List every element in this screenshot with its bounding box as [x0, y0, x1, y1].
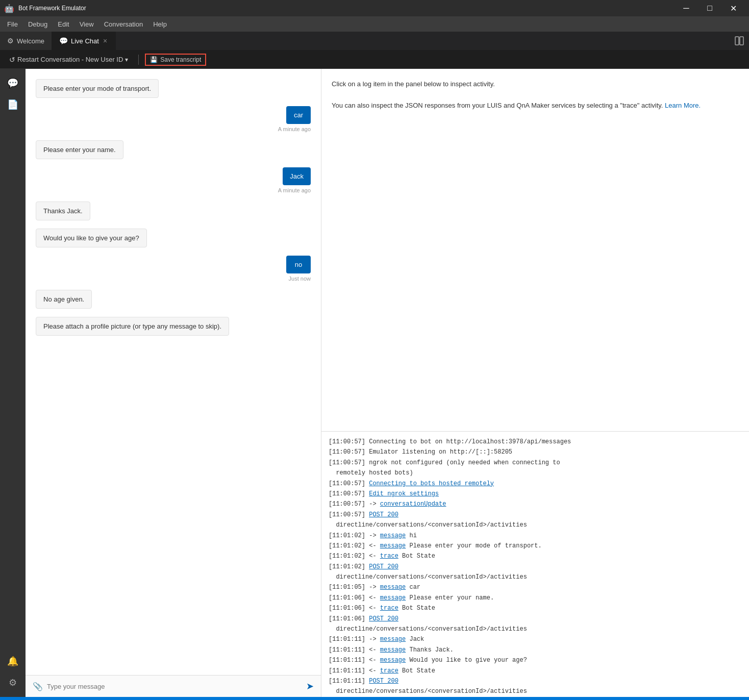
log-line-16: [11:01:11] -> message Jack	[329, 634, 742, 644]
svg-rect-1	[740, 37, 743, 45]
toolbar: ↺ Restart Conversation - New User ID ▾ 💾…	[0, 51, 749, 69]
log-line-1: [11:00:57] Connecting to bot on http://l…	[329, 437, 742, 447]
message-user-3: no Just now	[36, 256, 311, 282]
menu-debug[interactable]: Debug	[23, 18, 53, 30]
sidebar: 💬 📄 🔔 ⚙	[0, 69, 26, 697]
log-line-18: [11:01:11] <- message Would you like to …	[329, 655, 742, 665]
log-line-15: [11:01:06] POST 200 directline/conversat…	[329, 614, 742, 635]
log-link-msg-car[interactable]: message	[380, 584, 406, 591]
sidebar-item-notifications[interactable]: 🔔	[4, 652, 22, 670]
chat-input[interactable]	[47, 683, 302, 690]
bubble-user-2: Jack	[283, 167, 311, 185]
toolbar-divider	[138, 55, 139, 65]
livechat-icon: 💬	[59, 37, 68, 45]
bubble-text-user-3: no	[295, 261, 302, 268]
log-link-remote[interactable]: Connecting to bots hosted remotely	[369, 480, 494, 487]
log-link-msg-hi[interactable]: message	[380, 532, 406, 539]
dropdown-icon: ▾	[125, 56, 128, 63]
bubble-text-bot-3: Thanks Jack.	[43, 207, 83, 215]
save-icon: 💾	[150, 56, 158, 63]
send-button[interactable]: ➤	[306, 681, 314, 692]
main-layout: 💬 📄 🔔 ⚙ Please enter your mode of	[0, 69, 749, 697]
log-line-11: [11:01:02] POST 200 directline/conversat…	[329, 562, 742, 583]
svg-rect-0	[735, 37, 739, 45]
inspector-description: Click on a log item in the panel below t…	[321, 69, 749, 432]
log-line-10: [11:01:02] <- trace Bot State	[329, 551, 742, 561]
bubble-text-bot-1: Please enter your mode of transport.	[43, 85, 151, 92]
log-link-post200-4[interactable]: POST 200	[369, 678, 398, 685]
log-link-ngrok[interactable]: Edit ngrok settings	[369, 490, 439, 497]
menu-conversation[interactable]: Conversation	[99, 18, 148, 30]
save-transcript-button[interactable]: 💾 Save transcript	[145, 54, 206, 66]
log-link-post200-3[interactable]: POST 200	[369, 615, 398, 622]
log-line-20: [11:01:11] POST 200 directline/conversat…	[329, 676, 742, 697]
bubble-user-1: car	[286, 106, 311, 124]
bubble-user-3: no	[286, 256, 311, 273]
inspector-line-1: Click on a log item in the panel below t…	[332, 79, 739, 90]
bubble-text-bot-6: Please attach a profile picture (or type…	[43, 322, 221, 330]
maximize-button[interactable]: □	[698, 0, 721, 16]
log-link-trace-2[interactable]: trace	[380, 605, 398, 612]
chat-input-area: 📎 ➤	[26, 675, 321, 697]
log-link-msg-name[interactable]: message	[380, 594, 406, 602]
save-transcript-label: Save transcript	[160, 56, 201, 63]
close-button[interactable]: ✕	[721, 0, 745, 16]
inspector-panel: Click on a log item in the panel below t…	[321, 69, 749, 697]
sidebar-item-chat[interactable]: 💬	[4, 74, 22, 92]
app-title: Bot Framework Emulator	[18, 5, 670, 12]
log-panel[interactable]: [11:00:57] Connecting to bot on http://l…	[321, 432, 749, 697]
menu-bar: File Debug Edit View Conversation Help	[0, 16, 749, 32]
attach-button[interactable]: 📎	[33, 682, 43, 691]
split-pane: Please enter your mode of transport. car…	[26, 69, 749, 697]
log-line-8: [11:01:02] -> message hi	[329, 531, 742, 541]
msg-time-3: Just now	[289, 276, 311, 282]
tab-welcome[interactable]: ⚙ Welcome	[0, 32, 52, 50]
menu-help[interactable]: Help	[148, 18, 172, 30]
sidebar-item-docs[interactable]: 📄	[4, 95, 22, 114]
chat-messages: Please enter your mode of transport. car…	[26, 69, 321, 675]
message-bot-6: Please attach a profile picture (or type…	[36, 317, 311, 336]
restart-conversation-button[interactable]: ↺ Restart Conversation - New User ID ▾	[5, 54, 132, 66]
log-line-17: [11:01:11] <- message Thanks Jack.	[329, 645, 742, 655]
sidebar-bottom: 🔔 ⚙	[4, 652, 22, 697]
log-link-trace-1[interactable]: trace	[380, 553, 398, 560]
tab-spacer	[116, 32, 730, 50]
sidebar-item-settings[interactable]: ⚙	[4, 673, 22, 692]
tab-bar: ⚙ Welcome 💬 Live Chat ×	[0, 32, 749, 51]
log-link-trace-3[interactable]: trace	[380, 667, 398, 674]
chat-panel: Please enter your mode of transport. car…	[26, 69, 321, 697]
log-link-msg-thanksjack[interactable]: message	[380, 646, 406, 654]
tab-close-button[interactable]: ×	[102, 37, 108, 45]
menu-edit[interactable]: Edit	[53, 18, 74, 30]
log-line-19: [11:01:11] <- trace Bot State	[329, 666, 742, 676]
inspector-line-2: You can also inspect the JSON responses …	[332, 101, 739, 111]
bubble-bot-1: Please enter your mode of transport.	[36, 79, 159, 98]
bubble-text-bot-5: No age given.	[43, 295, 84, 303]
learn-more-link[interactable]: Learn More.	[665, 102, 701, 109]
log-link-post200-1[interactable]: POST 200	[369, 511, 398, 518]
minimize-button[interactable]: ─	[675, 0, 698, 16]
window-controls: ─ □ ✕	[675, 0, 745, 16]
log-line-5: [11:00:57] Edit ngrok settings	[329, 489, 742, 499]
bubble-text-bot-2: Please enter your name.	[43, 146, 116, 154]
log-line-12: [11:01:05] -> message car	[329, 582, 742, 592]
restart-icon: ↺	[9, 56, 15, 64]
bubble-text-user-2: Jack	[290, 172, 304, 180]
chat-icon: 💬	[7, 78, 18, 89]
log-line-4: [11:00:57] Connecting to bots hosted rem…	[329, 479, 742, 489]
tab-welcome-label: Welcome	[17, 37, 44, 45]
tab-livechat-label: Live Chat	[71, 37, 99, 45]
log-link-post200-2[interactable]: POST 200	[369, 563, 398, 570]
log-link-msg-age[interactable]: message	[380, 657, 406, 664]
log-link-conversationupdate[interactable]: conversationUpdate	[380, 501, 446, 508]
log-link-msg-jack[interactable]: message	[380, 636, 406, 643]
log-line-2: [11:00:57] Emulator listening on http://…	[329, 447, 742, 457]
split-view-button[interactable]	[730, 32, 749, 50]
log-link-msg-transport[interactable]: message	[380, 542, 406, 549]
menu-file[interactable]: File	[2, 18, 23, 30]
menu-view[interactable]: View	[74, 18, 99, 30]
bell-icon: 🔔	[7, 656, 18, 667]
tab-livechat[interactable]: 💬 Live Chat ×	[52, 32, 116, 50]
log-line-9: [11:01:02] <- message Please enter your …	[329, 541, 742, 551]
content-area: Please enter your mode of transport. car…	[26, 69, 749, 697]
